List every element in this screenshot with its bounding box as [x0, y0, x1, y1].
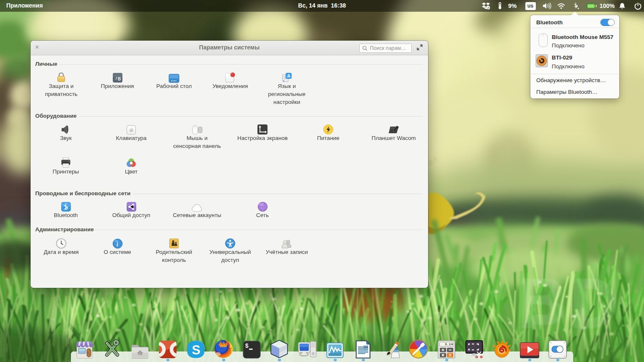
svg-text:$: $	[245, 343, 248, 349]
svg-text:B: B	[118, 77, 121, 81]
svg-text:♪: ♪	[115, 75, 117, 81]
svg-text:A: A	[287, 73, 291, 78]
svg-text:S: S	[192, 343, 201, 357]
svg-text:@: @	[130, 128, 134, 132]
svg-text:3.14: 3.14	[445, 342, 453, 346]
svg-text:i: i	[117, 241, 118, 248]
